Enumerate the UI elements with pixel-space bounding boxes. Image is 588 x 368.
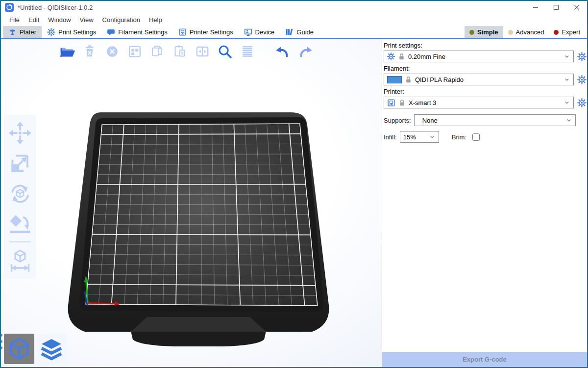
delete-button[interactable] xyxy=(78,41,101,62)
scale-button[interactable] xyxy=(6,148,34,179)
print-settings-select[interactable]: 0.20mm Fine xyxy=(384,51,574,62)
menu-window[interactable]: Window xyxy=(44,15,75,25)
chevron-down-icon xyxy=(564,53,570,60)
chevron-down-icon xyxy=(564,76,570,83)
print-settings-gear-button[interactable] xyxy=(576,51,587,62)
printer-label: Printer: xyxy=(384,88,587,95)
view-toolbar xyxy=(4,334,67,364)
tab-plater[interactable]: Plater xyxy=(3,26,42,38)
arrange-button[interactable] xyxy=(123,41,146,62)
search-icon xyxy=(216,42,234,61)
collapse-toolbar-handle[interactable] xyxy=(0,334,2,349)
delete-all-button[interactable] xyxy=(101,41,123,62)
3d-editor-cube-icon xyxy=(8,338,30,360)
plater-toolbar xyxy=(56,41,317,62)
place-on-face-button[interactable] xyxy=(6,209,34,239)
tab-print-settings[interactable]: Print Settings xyxy=(42,26,101,38)
printer-value: X-smart 3 xyxy=(409,99,561,106)
move-button[interactable] xyxy=(6,118,34,148)
split-icon xyxy=(194,43,211,60)
lock-icon xyxy=(398,53,405,60)
trash-icon xyxy=(81,43,98,60)
gear-icon xyxy=(577,98,587,107)
split-button[interactable] xyxy=(191,41,214,62)
3d-viewport-canvas[interactable] xyxy=(1,39,382,367)
infill-value: 15% xyxy=(403,133,426,141)
paste-button[interactable] xyxy=(169,41,191,62)
scale-icon xyxy=(8,151,32,176)
mode-selector: Simple Advanced Expert xyxy=(465,26,587,38)
window-title: *Untitled - QIDISlicer-1.0.2 xyxy=(18,4,93,11)
printer-icon xyxy=(178,28,187,36)
menu-view[interactable]: View xyxy=(75,15,98,25)
gear-icon xyxy=(47,28,55,36)
supports-label: Supports: xyxy=(384,117,411,124)
infill-label: Infill: xyxy=(384,133,397,141)
toolbar-separator xyxy=(9,241,31,242)
gear-icon xyxy=(387,53,395,60)
build-plate xyxy=(56,111,341,361)
mode-expert[interactable]: Expert xyxy=(549,26,585,38)
filament-gear-button[interactable] xyxy=(576,74,587,85)
tab-bar: Plater Print Settings Filament Settings … xyxy=(1,26,587,39)
filament-label: Filament: xyxy=(384,65,587,72)
lock-icon xyxy=(405,76,412,83)
filament-icon xyxy=(107,28,115,36)
menu-help[interactable]: Help xyxy=(145,15,167,25)
paste-icon xyxy=(171,43,189,60)
measure-button[interactable] xyxy=(6,245,34,276)
tab-guide[interactable]: Guide xyxy=(280,26,319,38)
maximize-button[interactable] xyxy=(546,1,566,14)
export-gcode-button[interactable]: Export G-code xyxy=(382,352,587,367)
redo-icon xyxy=(296,42,315,61)
tab-filament-settings[interactable]: Filament Settings xyxy=(101,26,172,38)
mode-advanced[interactable]: Advanced xyxy=(503,26,549,38)
rotate-icon xyxy=(8,182,32,206)
preview-layers-icon xyxy=(39,337,64,361)
filament-color-swatch xyxy=(387,76,402,83)
gear-icon xyxy=(577,52,587,61)
brim-checkbox[interactable] xyxy=(472,133,480,141)
supports-select[interactable]: None xyxy=(414,114,576,126)
delete-all-icon xyxy=(103,43,121,60)
move-icon xyxy=(8,121,32,145)
tab-printer-settings[interactable]: Printer Settings xyxy=(173,26,239,38)
chevron-down-icon xyxy=(564,99,570,106)
open-button[interactable] xyxy=(56,41,78,62)
menu-edit[interactable]: Edit xyxy=(24,15,44,25)
simple-mode-dot xyxy=(469,30,474,35)
minimize-button[interactable] xyxy=(525,1,546,14)
supports-value: None xyxy=(417,117,563,124)
filament-value: QIDI PLA Rapido xyxy=(415,76,561,83)
menu-configuration[interactable]: Configuration xyxy=(98,15,145,25)
printer-select[interactable]: X-smart 3 xyxy=(384,97,574,108)
mode-simple[interactable]: Simple xyxy=(465,26,503,38)
redo-button[interactable] xyxy=(294,41,317,62)
preview-view-button[interactable] xyxy=(36,334,67,364)
app-logo-icon xyxy=(5,3,14,12)
measure-icon xyxy=(8,248,32,273)
copy-icon xyxy=(148,43,166,60)
rotate-button[interactable] xyxy=(6,179,34,209)
print-settings-value: 0.20mm Fine xyxy=(408,53,561,60)
search-button[interactable] xyxy=(214,41,236,62)
place-on-face-icon xyxy=(8,212,32,237)
brim-label: Brim: xyxy=(452,133,466,141)
filament-select[interactable]: QIDI PLA Rapido xyxy=(384,74,574,85)
tab-device[interactable]: Device xyxy=(239,26,280,38)
close-button[interactable] xyxy=(566,1,587,14)
device-icon xyxy=(244,28,252,36)
gizmo-toolbar xyxy=(4,115,36,279)
copy-button[interactable] xyxy=(146,41,169,62)
undo-button[interactable] xyxy=(271,41,294,62)
3d-editor-view-button[interactable] xyxy=(4,334,34,364)
menu-file[interactable]: File xyxy=(5,15,24,25)
infill-select[interactable]: 15% xyxy=(400,131,439,143)
plater-icon xyxy=(8,28,17,36)
advanced-mode-dot xyxy=(508,30,513,35)
arrange-icon xyxy=(126,43,144,60)
gear-icon xyxy=(577,75,587,84)
menu-bar: File Edit Window View Configuration Help xyxy=(1,14,587,26)
variable-layer-height-button[interactable] xyxy=(236,41,259,62)
printer-gear-button[interactable] xyxy=(576,97,587,108)
